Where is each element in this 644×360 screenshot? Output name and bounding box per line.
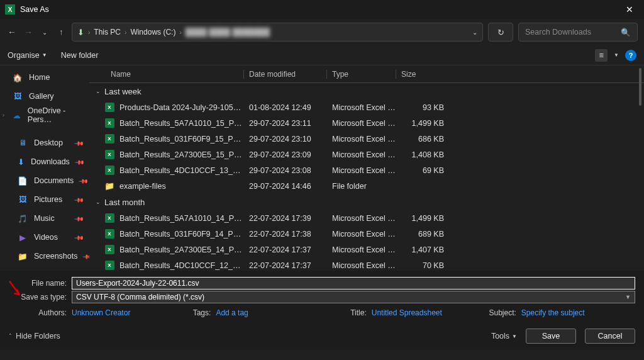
sidebar-item-pictures[interactable]: 🖼Pictures📌 <box>0 190 89 209</box>
file-date: 29-07-2024 23:09 <box>244 150 327 159</box>
home-icon: 🏠 <box>13 73 23 82</box>
column-header-name[interactable]: Name <box>89 70 244 79</box>
chevron-down-icon[interactable]: ▼ <box>614 52 619 58</box>
search-input[interactable]: Search Downloads 🔍 <box>518 23 638 42</box>
save-type-value: CSV UTF-8 (Comma delimited) (*.csv) <box>76 293 204 301</box>
breadcrumb-seg-drive[interactable]: Windows (C:) <box>130 28 175 37</box>
chevron-right-icon: › <box>125 29 126 36</box>
authors-value[interactable]: Unknown Creator <box>72 308 130 317</box>
file-size: 686 KB <box>396 135 453 143</box>
close-icon[interactable]: ✕ <box>620 4 639 14</box>
sidebar-item-home[interactable]: 🏠Home <box>0 68 89 87</box>
file-name: Products-Data 2024-July-29-1052.csv <box>119 103 244 112</box>
pin-icon: 📌 <box>82 251 89 261</box>
file-name: Batch_Results_031F60F9_15_Page_1_8205... <box>119 135 244 143</box>
title-bar: X Save As ✕ <box>0 0 644 19</box>
sidebar-item-screenshots[interactable]: 📁Screenshots📌 <box>0 247 89 266</box>
file-row[interactable]: 📁example-files29-07-2024 14:46File folde… <box>89 178 644 194</box>
file-size: 1,408 KB <box>396 150 453 159</box>
screen-icon: 📁 <box>18 252 28 261</box>
tools-menu[interactable]: Tools ▼ <box>491 332 517 340</box>
file-size: 1,499 KB <box>396 214 453 223</box>
organise-menu[interactable]: Organise ▼ <box>8 51 47 60</box>
sidebar-item-label: Home <box>29 73 50 82</box>
title-value[interactable]: Untitled Spreadsheet <box>372 308 442 317</box>
sidebar-item-label: Gallery <box>29 92 54 101</box>
file-row[interactable]: XBatch_Results_2A7300E5_15_Page_1_002c..… <box>89 147 644 162</box>
file-name: Batch_Results_5A7A1010_14_Page_1_6388... <box>119 214 244 223</box>
file-type: Microsoft Excel C... <box>327 261 396 270</box>
file-date: 22-07-2024 17:37 <box>244 261 327 270</box>
chevron-down-icon: ▼ <box>42 52 47 58</box>
view-mode-button[interactable]: ≡ <box>595 49 608 62</box>
sidebar-item-documents[interactable]: 📄Documents📌 <box>0 171 89 190</box>
excel-app-icon: X <box>5 4 15 14</box>
file-row[interactable]: XBatch_Results_4DC10CCF_13_Page_1_339...… <box>89 162 644 178</box>
excel-file-icon: X <box>105 118 114 128</box>
column-header-size[interactable]: Size <box>396 70 453 79</box>
subject-value[interactable]: Specify the subject <box>521 308 585 317</box>
breadcrumb-seg-this-pc[interactable]: This PC <box>94 28 121 37</box>
tags-value[interactable]: Add a tag <box>216 308 248 317</box>
search-placeholder: Search Downloads <box>525 28 591 37</box>
save-form: File name: Save as type: CSV UTF-8 (Comm… <box>0 271 644 350</box>
scrollbar[interactable] <box>639 68 641 106</box>
pin-icon: 📌 <box>74 213 84 223</box>
new-folder-button[interactable]: New folder <box>61 51 99 60</box>
file-name: Batch_Results_4DC10CCF_12_Page_1_339... <box>119 261 244 270</box>
sidebar-item-music[interactable]: 🎵Music📌 <box>0 209 89 228</box>
column-header-type[interactable]: Type <box>327 70 396 79</box>
breadcrumb[interactable]: ⬇ › This PC › Windows (C:) › ████ ████ █… <box>72 23 483 42</box>
file-row[interactable]: XProducts-Data 2024-July-29-1052.csv01-0… <box>89 99 644 115</box>
down-icon: ⬇ <box>18 157 25 167</box>
file-row[interactable]: XBatch_Results_4DC10CCF_12_Page_1_339...… <box>89 257 644 271</box>
desktop-icon: 🖥 <box>18 138 28 147</box>
file-group-header[interactable]: ⌄Last week <box>89 83 644 99</box>
file-row[interactable]: XBatch_Results_5A7A1010_14_Page_1_6388..… <box>89 210 644 226</box>
file-row[interactable]: XBatch_Results_2A7300E5_14_Page_1_002c..… <box>89 242 644 257</box>
sidebar: 🏠Home🖼Gallery›☁OneDrive - Pers…🖥Desktop📌… <box>0 65 89 271</box>
save-button[interactable]: Save <box>526 329 576 344</box>
nav-back-button[interactable]: ← <box>6 27 18 37</box>
pin-icon: 📌 <box>75 157 85 167</box>
file-group-header[interactable]: ⌄Last month <box>89 194 644 210</box>
breadcrumb-seg-redacted[interactable]: ████ ████ ███████ <box>186 28 270 37</box>
hide-folders-button[interactable]: ˄ Hide Folders <box>9 332 60 340</box>
refresh-button[interactable]: ↻ <box>488 23 513 42</box>
doc-icon: 📄 <box>18 176 28 186</box>
file-name-input[interactable] <box>72 277 635 290</box>
file-name: Batch_Results_4DC10CCF_13_Page_1_339... <box>119 166 244 175</box>
file-date: 22-07-2024 17:38 <box>244 230 327 239</box>
sidebar-item-videos[interactable]: ▶Videos📌 <box>0 228 89 247</box>
file-date: 22-07-2024 17:37 <box>244 245 327 254</box>
nav-forward-button[interactable]: → <box>23 27 34 37</box>
chevron-down-icon: ▼ <box>512 334 517 339</box>
chevron-up-icon: ˄ <box>9 333 12 339</box>
pin-icon: 📌 <box>74 194 84 205</box>
pin-icon: 📌 <box>74 138 84 148</box>
sidebar-item-gallery[interactable]: 🖼Gallery <box>0 87 89 106</box>
file-list[interactable]: ⌄Last weekXProducts-Data 2024-July-29-10… <box>89 83 644 271</box>
sidebar-item-onedrive-pers-[interactable]: ›☁OneDrive - Pers… <box>0 106 89 125</box>
file-row[interactable]: XBatch_Results_5A7A1010_15_Page_1_6388..… <box>89 115 644 131</box>
cancel-button[interactable]: Cancel <box>585 329 635 344</box>
file-row[interactable]: XBatch_Results_031F60F9_15_Page_1_8205..… <box>89 131 644 147</box>
excel-file-icon: X <box>105 229 114 239</box>
save-type-select[interactable]: CSV UTF-8 (Comma delimited) (*.csv) ▼ <box>72 291 635 303</box>
file-list-area: Name Date modified Type Size ⌄Last weekX… <box>89 65 644 271</box>
chevron-right-icon: › <box>88 29 90 36</box>
subject-label: Subject: <box>447 308 516 317</box>
help-icon[interactable]: ? <box>625 50 636 61</box>
sidebar-item-desktop[interactable]: 🖥Desktop📌 <box>0 133 89 152</box>
music-icon: 🎵 <box>18 214 28 223</box>
sidebar-item-label: OneDrive - Pers… <box>28 106 83 124</box>
file-row[interactable]: XBatch_Results_031F60F9_14_Page_1_8205..… <box>89 226 644 242</box>
column-header-date[interactable]: Date modified <box>244 70 327 79</box>
chevron-down-icon[interactable]: ⌄ <box>472 29 477 36</box>
nav-recent-dropdown[interactable]: ⌄ <box>39 29 50 36</box>
nav-up-button[interactable]: ↑ <box>55 28 67 37</box>
sidebar-item-downloads[interactable]: ⬇Downloads📌 <box>0 152 89 171</box>
hide-folders-label: Hide Folders <box>16 332 60 340</box>
excel-file-icon: X <box>105 245 114 254</box>
authors-label: Authors: <box>9 308 67 317</box>
